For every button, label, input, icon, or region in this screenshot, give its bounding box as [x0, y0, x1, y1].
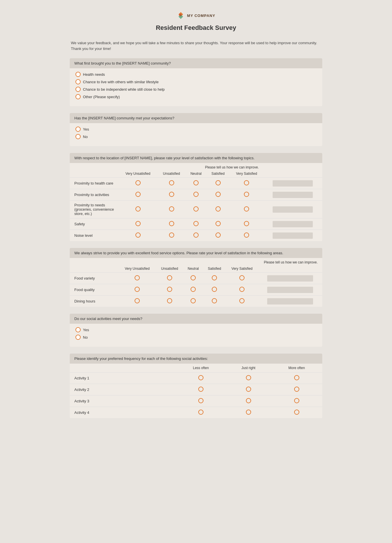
q4-row1-col2[interactable]: [156, 273, 183, 284]
q3-row1-improve-input[interactable]: [273, 180, 313, 187]
q4-row3-col1[interactable]: [119, 296, 156, 307]
q3-row2-col1[interactable]: [119, 189, 157, 201]
q5-option-yes[interactable]: Yes: [75, 327, 317, 332]
q3-row3-col1[interactable]: [119, 201, 157, 218]
q2-radio-yes[interactable]: [75, 127, 81, 132]
q6-row4-col1[interactable]: [176, 407, 226, 418]
q4-row1-col3[interactable]: [183, 273, 203, 284]
q3-row1-col3[interactable]: [186, 178, 206, 189]
q3-row5-col3[interactable]: [186, 230, 206, 241]
q3-row3-col4[interactable]: [206, 201, 230, 218]
q1-radio-2[interactable]: [75, 79, 81, 84]
q6-row1-col2[interactable]: [226, 373, 271, 384]
q3-row3-improve[interactable]: [263, 201, 322, 218]
q6-row1-col1[interactable]: [176, 373, 226, 384]
q3-row1-col4[interactable]: [206, 178, 230, 189]
q5-radio-yes[interactable]: [75, 327, 81, 332]
q4-row2-col3[interactable]: [183, 284, 203, 296]
q3-row5-improve-input[interactable]: [273, 232, 313, 239]
q3-row1-label: Proximity to health care: [70, 178, 119, 189]
q6-row4-col2[interactable]: [226, 407, 271, 418]
q3-row4-col5[interactable]: [230, 218, 263, 230]
q3-row5-col1[interactable]: [119, 230, 157, 241]
q3-row2-col5[interactable]: [230, 189, 263, 201]
svg-point-14: [169, 207, 174, 211]
svg-point-20: [194, 221, 198, 226]
q4-row1-improve[interactable]: [258, 273, 322, 284]
q3-row1-col5[interactable]: [230, 178, 263, 189]
q6-row4-col3[interactable]: [271, 407, 322, 418]
q6-row1-col3[interactable]: [271, 373, 322, 384]
svg-point-47: [246, 387, 251, 391]
q3-row4-col4[interactable]: [206, 218, 230, 230]
q3-row5-col5[interactable]: [230, 230, 263, 241]
svg-point-37: [240, 287, 244, 292]
q3-row2-col2[interactable]: [157, 189, 186, 201]
q1-radio-3[interactable]: [75, 87, 81, 92]
q3-row5-col2[interactable]: [157, 230, 186, 241]
q6-row2-col1[interactable]: [176, 384, 226, 395]
company-name: MY COMPANY: [187, 13, 215, 18]
q3-row4-improve[interactable]: [263, 218, 322, 230]
q2-option-yes[interactable]: Yes: [75, 127, 317, 132]
q4-row2-col2[interactable]: [156, 284, 183, 296]
svg-point-39: [167, 298, 172, 303]
q4-row1-improve-input[interactable]: [267, 275, 313, 282]
q4-row3-improve[interactable]: [258, 296, 322, 307]
q5-option-no[interactable]: No: [75, 335, 317, 340]
q3-row3-improve-input[interactable]: [273, 206, 313, 213]
q4-row3-col3[interactable]: [183, 296, 203, 307]
q6-row3-col3[interactable]: [271, 395, 322, 407]
q6-row2-col2[interactable]: [226, 384, 271, 395]
q3-row3-col2[interactable]: [157, 201, 186, 218]
q3-row5-col4[interactable]: [206, 230, 230, 241]
q4-row1-col5[interactable]: [226, 273, 258, 284]
q6-row3-col2[interactable]: [226, 395, 271, 407]
q1-option-2[interactable]: Chance to live with others with similar …: [75, 79, 317, 84]
q4-row2-col1[interactable]: [119, 284, 156, 296]
q3-row4-col1[interactable]: [119, 218, 157, 230]
q3-col-improve: [263, 170, 322, 178]
q1-label-2: Chance to live with others with similar …: [83, 80, 159, 84]
q3-row1-col2[interactable]: [157, 178, 186, 189]
q4-row2-improve[interactable]: [258, 284, 322, 296]
question-3-table: Please tell us how we can improve. Very …: [70, 163, 322, 241]
q3-row2-col4[interactable]: [206, 189, 230, 201]
q3-row3-col5[interactable]: [230, 201, 263, 218]
q4-row3-col2[interactable]: [156, 296, 183, 307]
q3-row2-improve[interactable]: [263, 189, 322, 201]
q4-row3-improve-input[interactable]: [267, 298, 313, 305]
q2-option-no[interactable]: No: [75, 134, 317, 139]
q3-row3-col3[interactable]: [186, 201, 206, 218]
q3-row1-improve[interactable]: [263, 178, 322, 189]
q3-row2-col3[interactable]: [186, 189, 206, 201]
q6-row3-col1[interactable]: [176, 395, 226, 407]
q6-col-empty: [70, 364, 176, 373]
q4-row2-col4[interactable]: [203, 284, 226, 296]
q1-option-4[interactable]: Other (Please specify): [75, 94, 317, 99]
q1-radio-4[interactable]: [75, 94, 81, 99]
q4-row1-col4[interactable]: [203, 273, 226, 284]
q2-radio-no[interactable]: [75, 134, 81, 139]
q4-row2-improve-input[interactable]: [267, 287, 313, 293]
q4-row2-col5[interactable]: [226, 284, 258, 296]
question-4-header: We always strive to provide you with exc…: [70, 248, 322, 258]
q4-row3-col4[interactable]: [203, 296, 226, 307]
q6-row2-col3[interactable]: [271, 384, 322, 395]
svg-point-31: [212, 276, 217, 280]
q5-radio-no[interactable]: [75, 335, 81, 340]
q3-row5-improve[interactable]: [263, 230, 322, 241]
q3-row2-improve-input[interactable]: [273, 192, 313, 198]
question-1-section: What first brought you to the [INSERT NA…: [70, 58, 322, 106]
q3-row4-col2[interactable]: [157, 218, 186, 230]
q1-option-1[interactable]: Health needs: [75, 72, 317, 77]
q4-row3-col5[interactable]: [226, 296, 258, 307]
q4-row1-col1[interactable]: [119, 273, 156, 284]
svg-point-48: [294, 387, 299, 391]
q3-row4-col3[interactable]: [186, 218, 206, 230]
svg-point-5: [194, 181, 198, 185]
q3-row1-col1[interactable]: [119, 178, 157, 189]
q1-radio-1[interactable]: [75, 72, 81, 77]
q1-option-3[interactable]: Chance to be independent while still clo…: [75, 87, 317, 92]
q3-row4-improve-input[interactable]: [273, 221, 313, 227]
